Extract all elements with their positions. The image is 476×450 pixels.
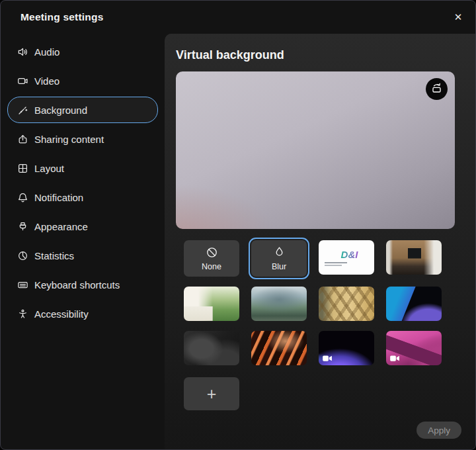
layout-grid-icon: [17, 163, 28, 174]
meeting-settings-dialog: Meeting settings ✕ Audio Video Backgroun…: [0, 0, 476, 450]
background-option-blur[interactable]: Blur: [251, 240, 307, 277]
sidebar-item-label: Layout: [34, 163, 64, 174]
plus-icon: +: [207, 384, 217, 404]
background-thumbnail-purple-glow-video[interactable]: [319, 331, 374, 365]
accessibility-icon: [17, 308, 28, 320]
droplet-icon: [272, 246, 286, 261]
dialog-title: Meeting settings: [20, 11, 104, 23]
sidebar-item-label: Video: [34, 75, 60, 87]
magic-wand-icon: [17, 105, 28, 116]
background-option-none[interactable]: None: [184, 240, 239, 277]
sidebar-item-accessibility[interactable]: Accessibility: [7, 300, 158, 327]
background-thumbnail-office-room[interactable]: [386, 240, 442, 275]
video-camera-icon: [323, 354, 333, 361]
speaker-icon: [17, 46, 28, 58]
sidebar-item-background[interactable]: Background: [7, 97, 158, 123]
sidebar-item-label: Accessibility: [34, 308, 89, 320]
background-thumbnail-living-room[interactable]: [184, 287, 239, 321]
close-icon[interactable]: ✕: [449, 8, 467, 26]
sidebar-item-keyboard-shortcuts[interactable]: Keyboard shortcuts: [7, 271, 158, 298]
page-title: Virtual background: [176, 48, 465, 62]
bell-icon: [17, 192, 28, 203]
sidebar-item-label: Statistics: [34, 250, 74, 261]
sidebar-item-video[interactable]: Video: [7, 68, 158, 94]
sidebar-item-label: Keyboard shortcuts: [34, 279, 120, 291]
sidebar-item-label: Appearance: [34, 221, 88, 232]
virtual-background-panel: Virtual background None Blur D&I: [165, 34, 475, 449]
background-thumbnail-window-light-lattice[interactable]: [319, 287, 374, 321]
flip-camera-button[interactable]: [426, 78, 448, 100]
background-thumbnail-blurred-mountains[interactable]: [251, 287, 307, 321]
background-thumbnail-abstract-blue-purple[interactable]: [386, 287, 442, 321]
prohibited-icon: [205, 246, 219, 261]
sidebar-item-label: Sharing content: [34, 134, 104, 145]
sidebar-item-sharing-content[interactable]: Sharing content: [7, 126, 158, 152]
tile-label: Blur: [272, 262, 286, 271]
paintbrush-icon: [17, 221, 28, 232]
sidebar-item-label: Background: [34, 105, 87, 116]
background-thumbnail-dark-swirl[interactable]: [184, 331, 239, 365]
tile-label: None: [202, 262, 221, 271]
keyboard-icon: [17, 279, 28, 291]
flip-camera-icon: [430, 82, 443, 97]
background-thumbnail-orange-lava[interactable]: [251, 331, 307, 365]
sidebar-item-audio[interactable]: Audio: [7, 38, 158, 65]
sidebar-item-appearance[interactable]: Appearance: [7, 213, 158, 240]
logo-subtext-line: [325, 262, 347, 263]
background-thumbnail-company-logo[interactable]: D&I: [319, 240, 374, 275]
sidebar-item-label: Notification: [34, 192, 83, 203]
statistics-icon: [17, 250, 28, 261]
video-camera-icon: [390, 354, 400, 361]
apply-button[interactable]: Apply: [416, 422, 461, 439]
add-background-button[interactable]: +: [184, 377, 239, 410]
sidebar-item-label: Audio: [34, 46, 60, 58]
background-thumbnail-pink-abstract-video[interactable]: [386, 331, 442, 365]
settings-sidebar: Audio Video Background Sharing content L…: [1, 34, 165, 449]
background-thumbnail-grid: None Blur D&I: [184, 240, 465, 365]
logo-subtext-line: [325, 265, 342, 266]
camera-preview: [176, 71, 455, 229]
company-logo-text: D&I: [325, 249, 374, 259]
share-icon: [17, 134, 28, 145]
sidebar-item-notification[interactable]: Notification: [7, 184, 158, 210]
video-camera-icon: [17, 75, 28, 87]
sidebar-item-layout[interactable]: Layout: [7, 155, 158, 181]
sidebar-item-statistics[interactable]: Statistics: [7, 242, 158, 269]
titlebar: Meeting settings: [1, 1, 475, 34]
